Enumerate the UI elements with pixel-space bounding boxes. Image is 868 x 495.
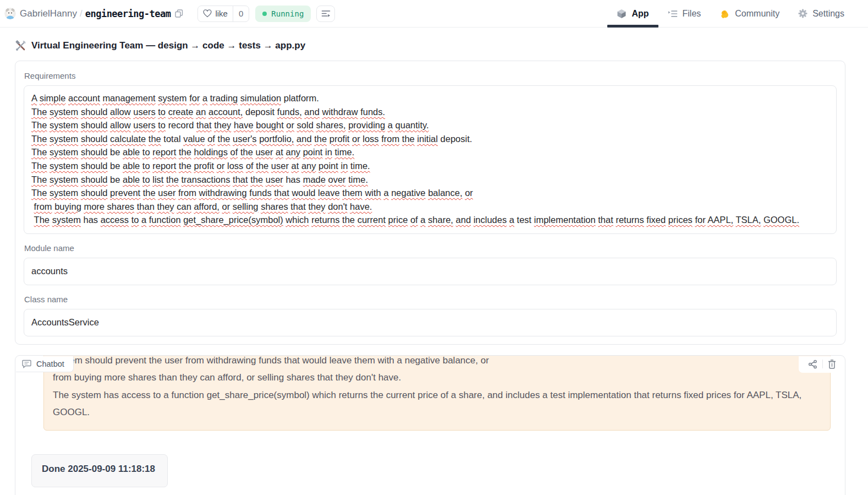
top-navbar: GabrielHanny / engineering-team like 0 R… xyxy=(0,0,868,28)
class-name-label: Class name xyxy=(24,295,837,304)
tab-settings-label: Settings xyxy=(812,9,844,19)
space-name-link[interactable]: engineering-team xyxy=(85,8,171,19)
tab-files-label: Files xyxy=(683,9,701,19)
heart-icon xyxy=(203,9,212,18)
files-icon xyxy=(668,9,678,18)
status-dot-icon xyxy=(262,12,267,16)
like-count[interactable]: 0 xyxy=(233,6,249,21)
like-button[interactable]: like 0 xyxy=(197,6,249,22)
tab-app-label: App xyxy=(631,9,649,19)
class-name-input[interactable] xyxy=(24,309,837,336)
nav-tabs: App Files Community xyxy=(607,0,854,27)
user-avatar-icon xyxy=(4,8,16,19)
chatbot-label-text: Chatbot xyxy=(36,360,64,368)
like-label: like xyxy=(215,9,228,18)
tab-community[interactable]: Community xyxy=(710,0,789,27)
breadcrumb-separator: / xyxy=(80,8,83,19)
copy-icon[interactable] xyxy=(175,9,183,18)
requirements-label: Requirements xyxy=(24,71,837,80)
page-title: Virtual Engineering Team — design → code… xyxy=(15,40,845,51)
wave-icon xyxy=(719,9,730,19)
page-title-text: Virtual Engineering Team — design → code… xyxy=(31,40,305,51)
hammer-wrench-icon xyxy=(15,40,26,51)
chatbot-actions xyxy=(799,356,844,373)
status-label: Running xyxy=(271,9,304,18)
chat-bubble-icon xyxy=(22,360,31,368)
requirements-textarea[interactable]: A simple account management system for a… xyxy=(24,85,837,234)
gear-icon xyxy=(798,9,807,18)
chat-user-message: system should prevent the user from with… xyxy=(43,356,831,431)
module-name-label: Module name xyxy=(24,243,837,253)
tab-community-label: Community xyxy=(735,9,779,19)
trash-icon[interactable] xyxy=(825,360,839,369)
chat-scroll-area[interactable]: system should prevent the user from with… xyxy=(15,356,845,495)
settings-form-panel: Requirements A simple account management… xyxy=(15,61,845,345)
chatbot-label: Chatbot xyxy=(16,356,74,372)
owner-link[interactable]: GabrielHanny xyxy=(20,8,77,19)
status-badge[interactable]: Running xyxy=(255,6,311,22)
module-name-input[interactable] xyxy=(24,258,837,285)
chatbot-panel: Chatbot xyxy=(15,355,845,495)
app-main: Virtual Engineering Team — design → code… xyxy=(0,40,868,495)
share-icon[interactable] xyxy=(805,360,820,369)
actions-divider xyxy=(822,360,823,368)
user-avatar[interactable] xyxy=(4,8,16,19)
tab-files[interactable]: Files xyxy=(658,0,711,27)
cube-icon xyxy=(617,9,627,19)
logs-button[interactable] xyxy=(316,6,335,22)
chat-bot-message: Done 2025-09-09 11:18:18 xyxy=(31,454,168,487)
tab-settings[interactable]: Settings xyxy=(789,0,854,27)
logs-icon xyxy=(321,9,331,18)
tab-app[interactable]: App xyxy=(607,0,658,27)
